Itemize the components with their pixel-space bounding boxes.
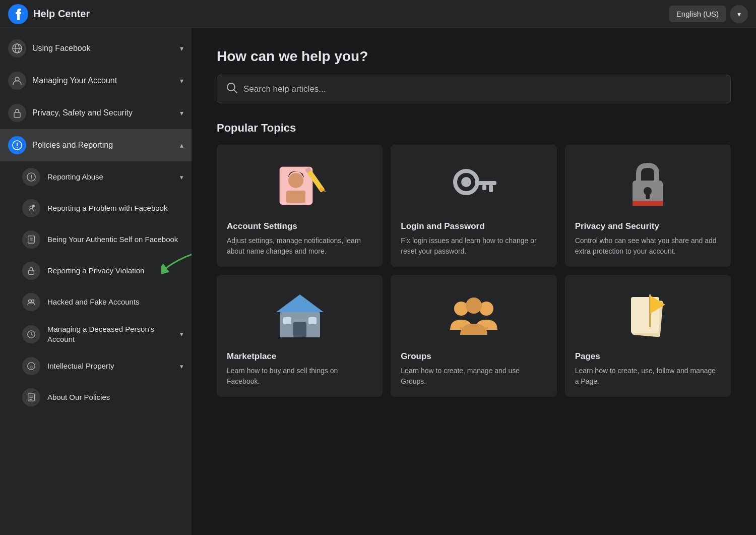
sidebar-item-managing-account[interactable]: Managing Your Account ▾	[0, 65, 192, 97]
sidebar: Using Facebook ▾ Managing Your Account ▾…	[0, 28, 192, 535]
language-button[interactable]: English (US)	[669, 6, 726, 22]
svg-rect-39	[475, 181, 496, 185]
chevron-down-icon: ▾	[180, 77, 183, 85]
sidebar-subitem-intellectual-property[interactable]: © Intellectual Property ▾	[0, 350, 192, 382]
sidebar-label-privacy-safety: Privacy, Safety and Security	[32, 108, 180, 117]
topics-grid: Account Settings Adjust settings, manage…	[217, 145, 731, 397]
search-input[interactable]	[243, 84, 721, 94]
svg-rect-40	[489, 185, 493, 192]
pages-illustration	[575, 287, 721, 342]
svg-point-28	[227, 83, 235, 91]
privacy-security-title: Privacy and Security	[575, 221, 721, 231]
sidebar-subitem-privacy-violation[interactable]: Reporting a Privacy Violation	[0, 255, 192, 286]
language-dropdown-button[interactable]: ▾	[730, 5, 748, 23]
login-password-title: Login and Password	[401, 221, 546, 231]
chevron-down-icon: ▾	[180, 363, 183, 370]
svg-point-19	[29, 300, 31, 303]
pages-desc: Learn how to create, use, follow and man…	[575, 366, 721, 387]
search-box	[217, 75, 731, 103]
sidebar-subitem-label-about-policies: About Our Policies	[47, 392, 110, 402]
header-title: Help Center	[33, 8, 90, 20]
svg-point-13	[30, 206, 32, 209]
svg-point-8	[17, 147, 18, 148]
svg-point-38	[461, 177, 471, 187]
sidebar-subitem-label-privacy-violation: Reporting a Privacy Violation	[47, 266, 144, 276]
topic-card-pages[interactable]: Pages Learn how to create, use, follow a…	[565, 275, 731, 397]
managing-account-icon	[8, 72, 26, 90]
topic-card-account-settings[interactable]: Account Settings Adjust settings, manage…	[217, 145, 383, 267]
header: Help Center English (US) ▾	[0, 0, 756, 28]
sidebar-subitem-about-policies[interactable]: About Our Policies	[0, 382, 192, 413]
reporting-abuse-icon	[22, 168, 40, 186]
chevron-down-icon: ▾	[180, 173, 183, 181]
svg-rect-47	[293, 322, 306, 337]
svg-line-29	[234, 90, 237, 93]
chevron-down-icon: ▾	[737, 10, 741, 18]
sidebar-item-policies-reporting[interactable]: Policies and Reporting ▴	[0, 129, 192, 161]
popular-topics-title: Popular Topics	[217, 122, 731, 135]
chevron-down-icon: ▾	[180, 109, 183, 117]
sidebar-subitem-label-reporting-abuse: Reporting Abuse	[47, 172, 103, 182]
account-settings-title: Account Settings	[227, 221, 372, 231]
topic-card-privacy-security[interactable]: Privacy and Security Control who can see…	[565, 145, 731, 267]
svg-rect-49	[308, 317, 317, 324]
privacy-security-illustration	[575, 157, 721, 212]
svg-point-32	[288, 173, 303, 188]
svg-point-14	[32, 205, 35, 207]
reporting-problem-icon	[22, 199, 40, 217]
svg-rect-44	[646, 193, 650, 199]
sidebar-label-policies-reporting: Policies and Reporting	[32, 141, 180, 150]
login-password-desc: Fix login issues and learn how to change…	[401, 235, 546, 257]
header-right: English (US) ▾	[669, 5, 748, 23]
privacy-violation-icon	[22, 262, 40, 280]
facebook-logo	[8, 4, 28, 24]
sidebar-subitem-authentic-self[interactable]: Being Your Authentic Self on Facebook	[0, 224, 192, 255]
privacy-safety-icon	[8, 104, 26, 122]
topic-card-groups[interactable]: Groups Learn how to create, manage and u…	[391, 275, 556, 397]
sidebar-subitem-label-intellectual-property: Intellectual Property	[47, 361, 114, 371]
chevron-down-icon: ▾	[180, 330, 183, 338]
svg-point-20	[31, 300, 34, 303]
login-password-illustration	[401, 157, 546, 212]
chevron-up-icon: ▴	[180, 141, 183, 149]
sidebar-subitem-hacked-accounts[interactable]: Hacked and Fake Accounts	[0, 286, 192, 318]
policies-reporting-icon	[8, 136, 26, 154]
authentic-self-icon	[22, 230, 40, 249]
account-settings-illustration	[227, 157, 372, 212]
sidebar-subitem-reporting-problem[interactable]: Reporting a Problem with Facebook	[0, 193, 192, 224]
marketplace-illustration	[227, 287, 372, 342]
svg-rect-5	[14, 112, 20, 117]
sidebar-subitem-label-deceased-account: Managing a Deceased Person's Account	[47, 324, 173, 344]
sidebar-item-using-facebook[interactable]: Using Facebook ▾	[0, 32, 192, 65]
groups-desc: Learn how to create, manage and use Grou…	[401, 366, 546, 387]
svg-rect-33	[286, 191, 305, 203]
main-content: How can we help you? Popular Topics	[192, 28, 756, 535]
search-icon	[226, 82, 237, 96]
about-policies-icon	[22, 388, 40, 406]
main-title: How can we help you?	[217, 48, 731, 65]
svg-point-12	[31, 179, 32, 180]
sidebar-subitem-deceased-account[interactable]: Managing a Deceased Person's Account ▾	[0, 318, 192, 350]
privacy-security-desc: Control who can see what you share and a…	[575, 235, 721, 257]
svg-rect-41	[482, 185, 486, 190]
sidebar-subitem-label-reporting-problem: Reporting a Problem with Facebook	[47, 203, 167, 213]
sidebar-item-privacy-safety[interactable]: Privacy, Safety and Security ▾	[0, 97, 192, 129]
hacked-accounts-icon	[22, 293, 40, 311]
svg-rect-18	[29, 270, 34, 274]
intellectual-property-icon: ©	[22, 357, 40, 375]
groups-illustration	[401, 287, 546, 342]
header-left: Help Center	[8, 4, 90, 24]
topic-card-login-password[interactable]: Login and Password Fix login issues and …	[391, 145, 556, 267]
svg-rect-45	[633, 201, 663, 206]
sidebar-subitem-reporting-abuse[interactable]: Reporting Abuse ▾	[0, 161, 192, 193]
marketplace-title: Marketplace	[227, 351, 372, 362]
account-settings-desc: Adjust settings, manage notifications, l…	[227, 235, 372, 257]
svg-rect-48	[283, 317, 291, 324]
groups-title: Groups	[401, 351, 546, 362]
svg-rect-15	[28, 236, 35, 243]
sidebar-subitem-label-authentic-self: Being Your Authentic Self on Facebook	[47, 234, 178, 245]
topic-card-marketplace[interactable]: Marketplace Learn how to buy and sell th…	[217, 275, 383, 397]
marketplace-desc: Learn how to buy and sell things on Face…	[227, 366, 372, 387]
svg-text:©: ©	[30, 365, 33, 370]
svg-point-52	[466, 298, 482, 314]
